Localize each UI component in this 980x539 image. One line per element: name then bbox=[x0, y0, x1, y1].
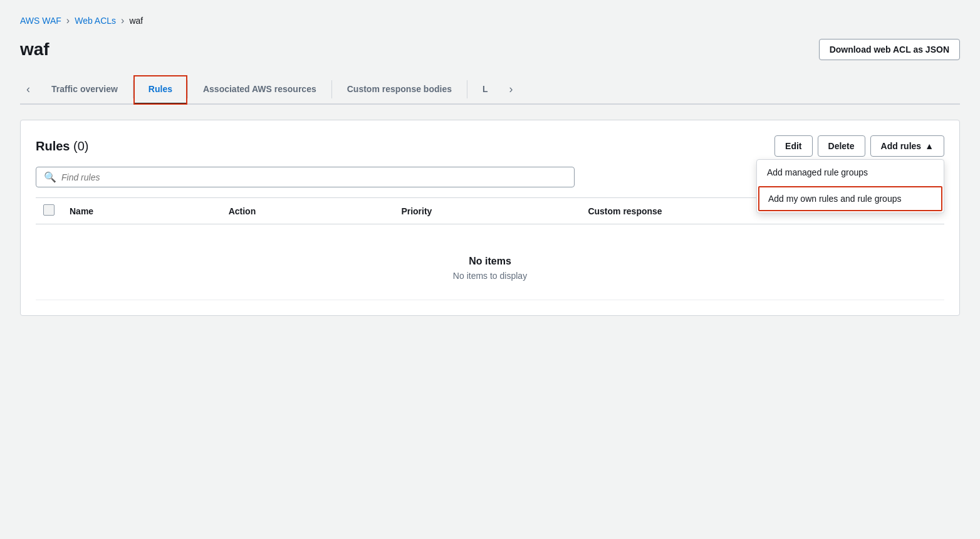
delete-button[interactable]: Delete bbox=[818, 135, 865, 157]
breadcrumb-current: waf bbox=[129, 16, 143, 26]
table-header-action: Action bbox=[221, 198, 394, 224]
dropdown-item-add-managed-rule-groups[interactable]: Add managed rule groups bbox=[757, 160, 944, 185]
rules-header: Rules (0) Edit Delete Add rules ▲ Add ma… bbox=[36, 135, 944, 157]
breadcrumb-separator-2: › bbox=[121, 15, 124, 26]
search-bar: 🔍 bbox=[36, 167, 575, 187]
tab-prev-button[interactable]: ‹ bbox=[20, 75, 36, 103]
edit-button[interactable]: Edit bbox=[774, 135, 812, 157]
tab-bar: ‹ Traffic overview Rules Associated AWS … bbox=[20, 75, 960, 105]
tab-next-button[interactable]: › bbox=[503, 75, 519, 103]
table-body: No items No items to display bbox=[36, 224, 944, 300]
page-header: waf Download web ACL as JSON bbox=[20, 39, 960, 60]
add-rules-button[interactable]: Add rules ▲ bbox=[870, 135, 944, 157]
page-container: AWS WAF › Web ACLs › waf waf Download we… bbox=[0, 0, 980, 331]
page-title: waf bbox=[20, 39, 50, 60]
breadcrumb-separator-1: › bbox=[66, 15, 70, 26]
add-rules-container: Add rules ▲ Add managed rule groups Add … bbox=[870, 135, 944, 157]
add-rules-arrow-icon: ▲ bbox=[925, 141, 934, 151]
add-rules-label: Add rules bbox=[881, 141, 922, 151]
breadcrumb: AWS WAF › Web ACLs › waf bbox=[20, 15, 960, 26]
no-items-container: No items No items to display bbox=[43, 231, 937, 293]
tab-more[interactable]: L bbox=[467, 75, 503, 105]
content-card: Rules (0) Edit Delete Add rules ▲ Add ma… bbox=[20, 120, 960, 316]
search-icon: 🔍 bbox=[44, 171, 56, 183]
rules-title: Rules (0) bbox=[36, 139, 88, 154]
rules-actions: Edit Delete Add rules ▲ Add managed rule… bbox=[774, 135, 944, 157]
breadcrumb-aws-waf[interactable]: AWS WAF bbox=[20, 16, 61, 26]
download-web-acl-button[interactable]: Download web ACL as JSON bbox=[819, 39, 960, 60]
rules-count: (0) bbox=[73, 139, 88, 153]
breadcrumb-web-acls[interactable]: Web ACLs bbox=[75, 16, 116, 26]
select-all-checkbox[interactable] bbox=[43, 204, 55, 216]
table-row-empty: No items No items to display bbox=[36, 224, 944, 300]
table-header-name: Name bbox=[62, 198, 221, 224]
tab-traffic-overview[interactable]: Traffic overview bbox=[36, 75, 133, 105]
no-items-cell: No items No items to display bbox=[36, 224, 944, 300]
add-rules-dropdown: Add managed rule groups Add my own rules… bbox=[756, 159, 944, 213]
table-header-checkbox bbox=[36, 198, 62, 224]
tab-associated-aws-resources[interactable]: Associated AWS resources bbox=[188, 75, 331, 105]
no-items-title: No items bbox=[43, 256, 937, 267]
no-items-subtitle: No items to display bbox=[43, 271, 937, 281]
dropdown-item-add-my-own-rules[interactable]: Add my own rules and rule groups bbox=[758, 186, 942, 211]
tab-rules[interactable]: Rules bbox=[133, 75, 187, 105]
table-header-priority: Priority bbox=[394, 198, 580, 224]
tab-custom-response-bodies[interactable]: Custom response bodies bbox=[332, 75, 467, 105]
search-input[interactable] bbox=[61, 172, 566, 182]
